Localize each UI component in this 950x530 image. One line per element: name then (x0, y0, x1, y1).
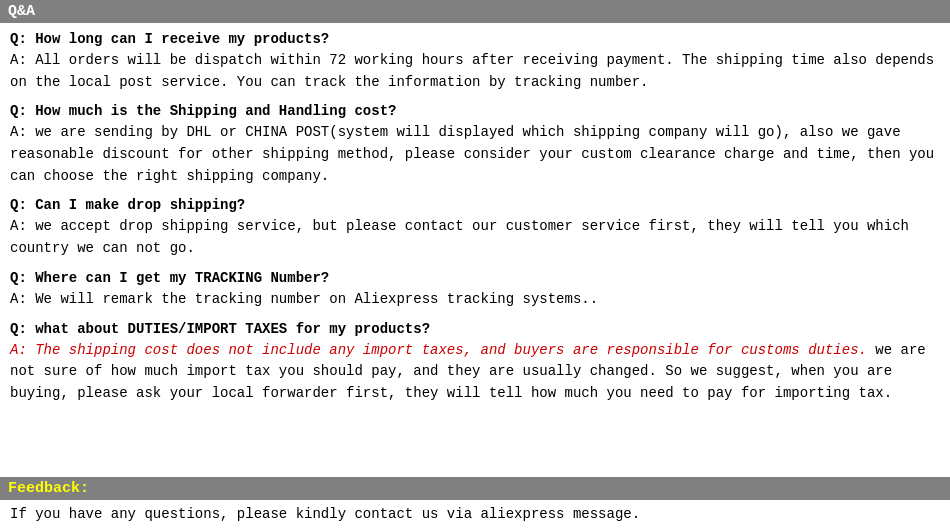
answer-4: A: We will remark the tracking number on… (10, 289, 940, 311)
qa-item-2: Q: How much is the Shipping and Handling… (10, 101, 940, 187)
answer-2: A: we are sending by DHL or CHINA POST(s… (10, 122, 940, 187)
feedback-text: If you have any questions, please kindly… (0, 500, 950, 530)
question-5: Q: what about DUTIES/IMPORT TAXES for my… (10, 319, 940, 340)
question-3: Q: Can I make drop shipping? (10, 195, 940, 216)
question-2: Q: How much is the Shipping and Handling… (10, 101, 940, 122)
qa-item-5: Q: what about DUTIES/IMPORT TAXES for my… (10, 319, 940, 405)
answer-5-red: A: The shipping cost does not include an… (10, 342, 867, 358)
feedback-header: Feedback: (0, 477, 950, 500)
qa-item-1: Q: How long can I receive my products? A… (10, 29, 940, 93)
answer-3: A: we accept drop shipping service, but … (10, 216, 940, 259)
qa-item-4: Q: Where can I get my TRACKING Number? A… (10, 268, 940, 311)
question-4: Q: Where can I get my TRACKING Number? (10, 268, 940, 289)
content-area: Q: How long can I receive my products? A… (0, 23, 950, 473)
answer-1: A: All orders will be dispatch within 72… (10, 50, 940, 93)
qa-item-3: Q: Can I make drop shipping? A: we accep… (10, 195, 940, 259)
feedback-section: Feedback: If you have any questions, ple… (0, 477, 950, 530)
answer-5: A: The shipping cost does not include an… (10, 340, 940, 405)
question-1: Q: How long can I receive my products? (10, 29, 940, 50)
qa-header: Q&A (0, 0, 950, 23)
main-container: Q&A Q: How long can I receive my product… (0, 0, 950, 530)
